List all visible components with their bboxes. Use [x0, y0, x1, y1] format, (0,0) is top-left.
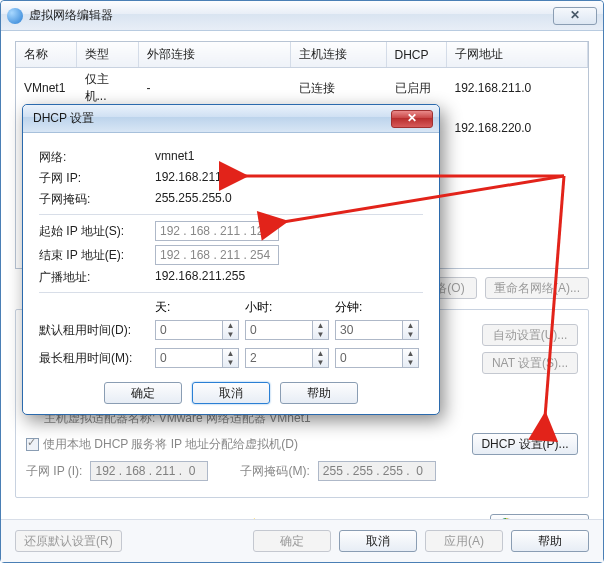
- days-header: 天:: [155, 299, 245, 316]
- dhcp-checkbox-label: 使用本地 DHCP 服务将 IP 地址分配给虚拟机(D): [43, 436, 298, 453]
- default-hours-stepper[interactable]: ▲▼: [245, 320, 329, 340]
- start-ip-input[interactable]: [155, 221, 279, 241]
- restore-defaults-button: 还原默认设置(R): [15, 530, 122, 552]
- end-ip-input[interactable]: [155, 245, 279, 265]
- cancel-button[interactable]: 取消: [339, 530, 417, 552]
- dialog-cancel-button[interactable]: 取消: [192, 382, 270, 404]
- subnet-mask-input: [318, 461, 436, 481]
- subnet-ip-input: [90, 461, 208, 481]
- auto-settings-button: 自动设置(U)...: [482, 324, 578, 346]
- minutes-header: 分钟:: [335, 299, 362, 316]
- dialog-close-icon[interactable]: ✕: [391, 110, 433, 128]
- dhcp-settings-button[interactable]: DHCP 设置(P)...: [472, 433, 578, 455]
- broadcast-label: 广播地址:: [39, 269, 155, 286]
- close-icon[interactable]: ✕: [553, 7, 597, 25]
- subnet-ip-label: 子网 IP (I):: [26, 463, 82, 480]
- apply-button: 应用(A): [425, 530, 503, 552]
- dialog-ok-button[interactable]: 确定: [104, 382, 182, 404]
- rename-network-button: 重命名网络(A)...: [485, 277, 589, 299]
- dhcp-checkbox: [26, 438, 39, 451]
- default-days-stepper[interactable]: ▲▼: [155, 320, 239, 340]
- help-button[interactable]: 帮助: [511, 530, 589, 552]
- hours-header: 小时:: [245, 299, 335, 316]
- table-row[interactable]: VMnet1 仅主机... - 已连接 已启用 192.168.211.0: [16, 68, 588, 109]
- col-host[interactable]: 主机连接: [290, 42, 386, 68]
- dialog-title: DHCP 设置: [29, 110, 391, 127]
- ok-button: 确定: [253, 530, 331, 552]
- col-name[interactable]: 名称: [16, 42, 76, 68]
- subnet-mask-label: 子网掩码:: [39, 191, 155, 208]
- col-type[interactable]: 类型: [76, 42, 138, 68]
- broadcast-value: 192.168.211.255: [155, 269, 245, 286]
- nat-settings-button: NAT 设置(S)...: [482, 352, 578, 374]
- subnet-ip-value: 192.168.211.0: [155, 170, 232, 187]
- dialog-help-button[interactable]: 帮助: [280, 382, 358, 404]
- network-value: vmnet1: [155, 149, 194, 166]
- start-ip-label: 起始 IP 地址(S):: [39, 223, 155, 240]
- max-hours-stepper[interactable]: ▲▼: [245, 348, 329, 368]
- subnet-mask-value: 255.255.255.0: [155, 191, 232, 208]
- max-lease-label: 最长租用时间(M):: [39, 350, 155, 367]
- default-minutes-stepper[interactable]: ▲▼: [335, 320, 419, 340]
- col-ext[interactable]: 外部连接: [138, 42, 290, 68]
- main-titlebar: 虚拟网络编辑器 ✕: [1, 1, 603, 31]
- end-ip-label: 结束 IP 地址(E):: [39, 247, 155, 264]
- subnet-ip-label: 子网 IP:: [39, 170, 155, 187]
- col-dhcp[interactable]: DHCP: [386, 42, 446, 68]
- col-subnet[interactable]: 子网地址: [446, 42, 588, 68]
- max-minutes-stepper[interactable]: ▲▼: [335, 348, 419, 368]
- dhcp-settings-dialog: DHCP 设置 ✕ 网络:vmnet1 子网 IP:192.168.211.0 …: [22, 104, 440, 415]
- main-title: 虚拟网络编辑器: [29, 7, 553, 24]
- subnet-mask-label: 子网掩码(M):: [240, 463, 309, 480]
- dialog-titlebar: DHCP 设置 ✕: [23, 105, 439, 133]
- main-footer: 还原默认设置(R) 确定 取消 应用(A) 帮助: [1, 519, 603, 562]
- app-icon: [7, 8, 23, 24]
- default-lease-label: 默认租用时间(D):: [39, 322, 155, 339]
- max-days-stepper[interactable]: ▲▼: [155, 348, 239, 368]
- network-label: 网络:: [39, 149, 155, 166]
